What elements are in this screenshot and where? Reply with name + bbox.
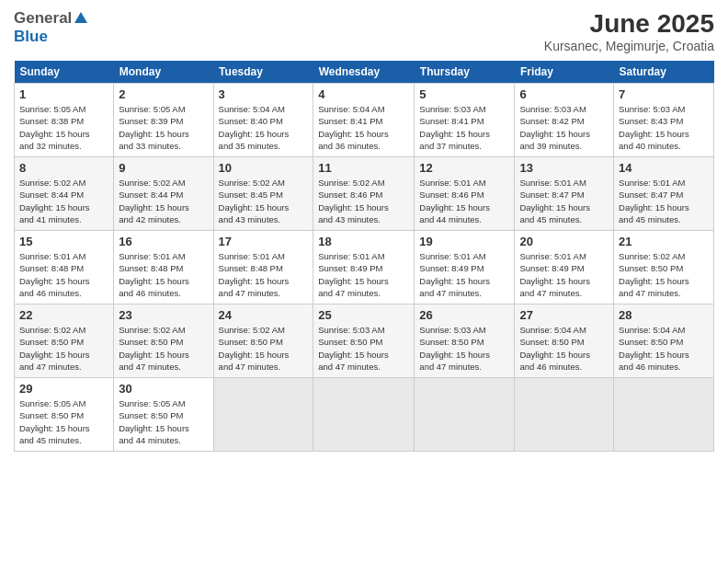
day-info: Sunrise: 5:01 AM Sunset: 8:49 PM Dayligh… (318, 250, 409, 299)
table-cell: 24Sunrise: 5:02 AM Sunset: 8:50 PM Dayli… (213, 304, 313, 378)
day-info: Sunrise: 5:03 AM Sunset: 8:42 PM Dayligh… (519, 103, 609, 152)
logo-icon (73, 10, 89, 27)
day-info: Sunrise: 5:02 AM Sunset: 8:44 PM Dayligh… (19, 177, 108, 225)
svg-marker-0 (74, 12, 87, 23)
table-cell: 17Sunrise: 5:01 AM Sunset: 8:48 PM Dayli… (213, 231, 313, 304)
table-cell: 11Sunrise: 5:02 AM Sunset: 8:46 PM Dayli… (313, 157, 415, 231)
day-number: 14 (619, 161, 709, 175)
table-cell: 10Sunrise: 5:02 AM Sunset: 8:45 PM Dayli… (213, 157, 313, 231)
day-info: Sunrise: 5:05 AM Sunset: 8:50 PM Dayligh… (119, 397, 208, 446)
day-info: Sunrise: 5:01 AM Sunset: 8:48 PM Dayligh… (219, 250, 309, 299)
logo: General Blue (14, 9, 90, 46)
day-number: 3 (219, 87, 309, 101)
day-number: 16 (119, 235, 208, 248)
location-title: Kursanec, Megimurje, Croatia (544, 39, 714, 53)
table-cell: 19Sunrise: 5:01 AM Sunset: 8:49 PM Dayli… (415, 231, 515, 304)
day-number: 8 (19, 161, 108, 175)
day-info: Sunrise: 5:01 AM Sunset: 8:48 PM Dayligh… (19, 250, 108, 299)
table-cell: 8Sunrise: 5:02 AM Sunset: 8:44 PM Daylig… (15, 157, 114, 231)
day-number: 27 (519, 308, 609, 322)
table-cell: 16Sunrise: 5:01 AM Sunset: 8:48 PM Dayli… (114, 231, 213, 304)
day-info: Sunrise: 5:02 AM Sunset: 8:50 PM Dayligh… (119, 324, 208, 373)
day-number: 10 (219, 161, 309, 175)
day-number: 20 (519, 235, 609, 248)
day-info: Sunrise: 5:03 AM Sunset: 8:41 PM Dayligh… (419, 103, 509, 152)
logo-blue: Blue (14, 28, 48, 45)
day-number: 4 (318, 87, 409, 101)
table-row: 29Sunrise: 5:05 AM Sunset: 8:50 PM Dayli… (15, 378, 714, 452)
table-cell: 13Sunrise: 5:01 AM Sunset: 8:47 PM Dayli… (515, 157, 614, 231)
table-cell: 9Sunrise: 5:02 AM Sunset: 8:44 PM Daylig… (114, 157, 213, 231)
day-info: Sunrise: 5:01 AM Sunset: 8:49 PM Dayligh… (519, 250, 609, 299)
day-number: 25 (318, 308, 409, 322)
table-cell: 1Sunrise: 5:05 AM Sunset: 8:38 PM Daylig… (15, 84, 114, 157)
day-number: 30 (119, 382, 208, 396)
table-cell: 5Sunrise: 5:03 AM Sunset: 8:41 PM Daylig… (415, 84, 515, 157)
table-cell: 14Sunrise: 5:01 AM Sunset: 8:47 PM Dayli… (614, 157, 714, 231)
table-row: 8Sunrise: 5:02 AM Sunset: 8:44 PM Daylig… (15, 157, 714, 231)
table-cell (614, 378, 714, 452)
table-cell: 2Sunrise: 5:05 AM Sunset: 8:39 PM Daylig… (114, 84, 213, 157)
table-cell: 26Sunrise: 5:03 AM Sunset: 8:50 PM Dayli… (415, 304, 515, 378)
table-row: 22Sunrise: 5:02 AM Sunset: 8:50 PM Dayli… (15, 304, 714, 378)
header-row: Sunday Monday Tuesday Wednesday Thursday… (15, 61, 714, 84)
col-saturday: Saturday (614, 61, 714, 84)
table-cell: 18Sunrise: 5:01 AM Sunset: 8:49 PM Dayli… (313, 231, 415, 304)
day-number: 9 (119, 161, 208, 175)
day-number: 26 (419, 308, 509, 322)
table-cell (313, 378, 415, 452)
table-cell: 3Sunrise: 5:04 AM Sunset: 8:40 PM Daylig… (213, 84, 313, 157)
day-number: 23 (119, 308, 208, 322)
day-info: Sunrise: 5:01 AM Sunset: 8:48 PM Dayligh… (119, 250, 208, 299)
day-number: 28 (619, 308, 709, 322)
day-info: Sunrise: 5:01 AM Sunset: 8:47 PM Dayligh… (519, 177, 609, 225)
day-number: 12 (419, 161, 509, 175)
day-number: 22 (19, 308, 108, 322)
day-info: Sunrise: 5:01 AM Sunset: 8:46 PM Dayligh… (419, 177, 509, 225)
day-number: 2 (119, 87, 208, 101)
col-wednesday: Wednesday (313, 61, 415, 84)
day-number: 18 (318, 235, 409, 248)
day-number: 11 (318, 161, 409, 175)
col-thursday: Thursday (415, 61, 515, 84)
table-cell: 20Sunrise: 5:01 AM Sunset: 8:49 PM Dayli… (515, 231, 614, 304)
table-row: 15Sunrise: 5:01 AM Sunset: 8:48 PM Dayli… (15, 231, 714, 304)
header: General Blue June 2025 Kursanec, Megimur… (14, 9, 714, 53)
day-number: 21 (619, 235, 709, 248)
day-info: Sunrise: 5:05 AM Sunset: 8:38 PM Dayligh… (19, 103, 108, 152)
col-tuesday: Tuesday (213, 61, 313, 84)
col-monday: Monday (114, 61, 213, 84)
table-cell (415, 378, 515, 452)
day-info: Sunrise: 5:05 AM Sunset: 8:50 PM Dayligh… (19, 397, 108, 446)
title-section: June 2025 Kursanec, Megimurje, Croatia (544, 9, 714, 53)
day-number: 5 (419, 87, 509, 101)
table-row: 1Sunrise: 5:05 AM Sunset: 8:38 PM Daylig… (15, 84, 714, 157)
table-cell (515, 378, 614, 452)
day-info: Sunrise: 5:05 AM Sunset: 8:39 PM Dayligh… (119, 103, 208, 152)
table-cell: 6Sunrise: 5:03 AM Sunset: 8:42 PM Daylig… (515, 84, 614, 157)
calendar-table: Sunday Monday Tuesday Wednesday Thursday… (14, 61, 714, 452)
table-cell: 28Sunrise: 5:04 AM Sunset: 8:50 PM Dayli… (614, 304, 714, 378)
day-number: 7 (619, 87, 709, 101)
day-info: Sunrise: 5:04 AM Sunset: 8:50 PM Dayligh… (619, 324, 709, 373)
day-info: Sunrise: 5:01 AM Sunset: 8:49 PM Dayligh… (419, 250, 509, 299)
table-cell (213, 378, 313, 452)
day-info: Sunrise: 5:02 AM Sunset: 8:50 PM Dayligh… (19, 324, 108, 373)
table-cell: 21Sunrise: 5:02 AM Sunset: 8:50 PM Dayli… (614, 231, 714, 304)
table-cell: 4Sunrise: 5:04 AM Sunset: 8:41 PM Daylig… (313, 84, 415, 157)
day-number: 1 (19, 87, 108, 101)
day-info: Sunrise: 5:02 AM Sunset: 8:50 PM Dayligh… (219, 324, 309, 373)
day-info: Sunrise: 5:01 AM Sunset: 8:47 PM Dayligh… (619, 177, 709, 225)
day-number: 17 (219, 235, 309, 248)
day-number: 13 (519, 161, 609, 175)
day-number: 15 (19, 235, 108, 248)
day-info: Sunrise: 5:04 AM Sunset: 8:50 PM Dayligh… (519, 324, 609, 373)
day-info: Sunrise: 5:04 AM Sunset: 8:41 PM Dayligh… (318, 103, 409, 152)
table-cell: 30Sunrise: 5:05 AM Sunset: 8:50 PM Dayli… (114, 378, 213, 452)
table-cell: 12Sunrise: 5:01 AM Sunset: 8:46 PM Dayli… (415, 157, 515, 231)
table-cell: 7Sunrise: 5:03 AM Sunset: 8:43 PM Daylig… (614, 84, 714, 157)
day-info: Sunrise: 5:03 AM Sunset: 8:43 PM Dayligh… (619, 103, 709, 152)
logo-general: General (14, 9, 72, 28)
table-cell: 27Sunrise: 5:04 AM Sunset: 8:50 PM Dayli… (515, 304, 614, 378)
day-number: 6 (519, 87, 609, 101)
